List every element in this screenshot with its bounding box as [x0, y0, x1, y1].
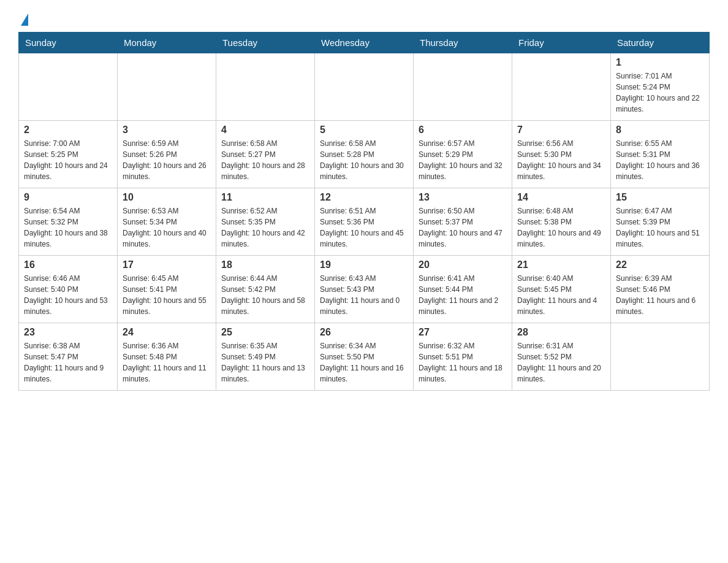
day-number: 28 [517, 327, 605, 338]
calendar-cell: 22Sunrise: 6:39 AM Sunset: 5:46 PM Dayli… [611, 256, 710, 323]
logo [18, 12, 28, 26]
day-number: 21 [517, 259, 605, 270]
day-sun-info: Sunrise: 6:50 AM Sunset: 5:37 PM Dayligh… [419, 205, 507, 250]
calendar-cell: 27Sunrise: 6:32 AM Sunset: 5:51 PM Dayli… [414, 323, 512, 391]
day-number: 5 [320, 124, 408, 136]
calendar-cell: 12Sunrise: 6:51 AM Sunset: 5:36 PM Dayli… [315, 188, 414, 256]
day-sun-info: Sunrise: 6:32 AM Sunset: 5:51 PM Dayligh… [419, 340, 507, 385]
calendar-header-row: SundayMondayTuesdayWednesdayThursdayFrid… [19, 33, 710, 53]
day-sun-info: Sunrise: 6:40 AM Sunset: 5:45 PM Dayligh… [517, 273, 605, 317]
day-number: 1 [616, 57, 704, 68]
week-row-2: 2Sunrise: 7:00 AM Sunset: 5:25 PM Daylig… [19, 121, 710, 188]
week-row-3: 9Sunrise: 6:54 AM Sunset: 5:32 PM Daylig… [19, 188, 710, 256]
calendar-cell: 9Sunrise: 6:54 AM Sunset: 5:32 PM Daylig… [19, 188, 118, 256]
day-header-wednesday: Wednesday [315, 33, 414, 53]
calendar-cell: 19Sunrise: 6:43 AM Sunset: 5:43 PM Dayli… [315, 256, 414, 323]
calendar-cell: 7Sunrise: 6:56 AM Sunset: 5:30 PM Daylig… [512, 121, 611, 188]
day-header-saturday: Saturday [611, 33, 710, 53]
day-number: 22 [616, 259, 704, 270]
day-number: 17 [123, 259, 211, 270]
day-number: 15 [616, 192, 704, 203]
day-number: 19 [320, 259, 408, 270]
week-row-4: 16Sunrise: 6:46 AM Sunset: 5:40 PM Dayli… [19, 256, 710, 323]
day-number: 6 [419, 124, 507, 136]
day-sun-info: Sunrise: 6:36 AM Sunset: 5:48 PM Dayligh… [123, 340, 211, 385]
calendar-cell: 26Sunrise: 6:34 AM Sunset: 5:50 PM Dayli… [315, 323, 414, 391]
day-sun-info: Sunrise: 6:45 AM Sunset: 5:41 PM Dayligh… [123, 273, 211, 317]
calendar-cell [118, 53, 216, 121]
day-header-friday: Friday [512, 33, 611, 53]
day-sun-info: Sunrise: 6:34 AM Sunset: 5:50 PM Dayligh… [320, 340, 408, 385]
day-sun-info: Sunrise: 6:31 AM Sunset: 5:52 PM Dayligh… [517, 340, 605, 385]
calendar-cell: 20Sunrise: 6:41 AM Sunset: 5:44 PM Dayli… [414, 256, 512, 323]
day-header-tuesday: Tuesday [216, 33, 315, 53]
day-number: 3 [123, 124, 211, 136]
day-sun-info: Sunrise: 6:41 AM Sunset: 5:44 PM Dayligh… [419, 273, 507, 317]
day-header-sunday: Sunday [19, 33, 118, 53]
calendar-cell: 18Sunrise: 6:44 AM Sunset: 5:42 PM Dayli… [216, 256, 315, 323]
calendar-cell: 17Sunrise: 6:45 AM Sunset: 5:41 PM Dayli… [118, 256, 216, 323]
logo-triangle-icon [21, 13, 28, 26]
page-header [18, 12, 710, 26]
day-number: 12 [320, 192, 408, 203]
day-header-thursday: Thursday [414, 33, 512, 53]
calendar-cell: 16Sunrise: 6:46 AM Sunset: 5:40 PM Dayli… [19, 256, 118, 323]
day-number: 23 [24, 327, 112, 338]
week-row-1: 1Sunrise: 7:01 AM Sunset: 5:24 PM Daylig… [19, 53, 710, 121]
calendar-cell: 15Sunrise: 6:47 AM Sunset: 5:39 PM Dayli… [611, 188, 710, 256]
day-number: 10 [123, 192, 211, 203]
day-number: 20 [419, 259, 507, 270]
calendar-cell [216, 53, 315, 121]
calendar-cell [611, 323, 710, 391]
day-sun-info: Sunrise: 6:46 AM Sunset: 5:40 PM Dayligh… [24, 273, 112, 317]
calendar-cell: 2Sunrise: 7:00 AM Sunset: 5:25 PM Daylig… [19, 121, 118, 188]
calendar-cell [512, 53, 611, 121]
day-sun-info: Sunrise: 6:35 AM Sunset: 5:49 PM Dayligh… [221, 340, 309, 385]
calendar-cell [315, 53, 414, 121]
calendar-cell: 6Sunrise: 6:57 AM Sunset: 5:29 PM Daylig… [414, 121, 512, 188]
day-sun-info: Sunrise: 6:56 AM Sunset: 5:30 PM Dayligh… [517, 138, 605, 182]
calendar-cell [414, 53, 512, 121]
calendar-cell: 21Sunrise: 6:40 AM Sunset: 5:45 PM Dayli… [512, 256, 611, 323]
calendar-cell: 28Sunrise: 6:31 AM Sunset: 5:52 PM Dayli… [512, 323, 611, 391]
day-sun-info: Sunrise: 6:58 AM Sunset: 5:28 PM Dayligh… [320, 138, 408, 182]
calendar-cell: 8Sunrise: 6:55 AM Sunset: 5:31 PM Daylig… [611, 121, 710, 188]
day-number: 27 [419, 327, 507, 338]
day-number: 7 [517, 124, 605, 136]
calendar-cell [19, 53, 118, 121]
day-number: 9 [24, 192, 112, 203]
day-sun-info: Sunrise: 6:48 AM Sunset: 5:38 PM Dayligh… [517, 205, 605, 250]
day-header-monday: Monday [118, 33, 216, 53]
calendar-cell: 13Sunrise: 6:50 AM Sunset: 5:37 PM Dayli… [414, 188, 512, 256]
day-number: 8 [616, 124, 704, 136]
day-sun-info: Sunrise: 6:44 AM Sunset: 5:42 PM Dayligh… [221, 273, 309, 317]
calendar-cell: 3Sunrise: 6:59 AM Sunset: 5:26 PM Daylig… [118, 121, 216, 188]
day-sun-info: Sunrise: 6:55 AM Sunset: 5:31 PM Dayligh… [616, 138, 704, 182]
calendar-cell: 14Sunrise: 6:48 AM Sunset: 5:38 PM Dayli… [512, 188, 611, 256]
day-number: 26 [320, 327, 408, 338]
day-sun-info: Sunrise: 6:47 AM Sunset: 5:39 PM Dayligh… [616, 205, 704, 250]
day-sun-info: Sunrise: 6:51 AM Sunset: 5:36 PM Dayligh… [320, 205, 408, 250]
day-number: 25 [221, 327, 309, 338]
calendar-cell: 24Sunrise: 6:36 AM Sunset: 5:48 PM Dayli… [118, 323, 216, 391]
day-sun-info: Sunrise: 6:59 AM Sunset: 5:26 PM Dayligh… [123, 138, 211, 182]
day-number: 14 [517, 192, 605, 203]
day-number: 2 [24, 124, 112, 136]
day-sun-info: Sunrise: 6:58 AM Sunset: 5:27 PM Dayligh… [221, 138, 309, 182]
day-sun-info: Sunrise: 7:00 AM Sunset: 5:25 PM Dayligh… [24, 138, 112, 182]
calendar-cell: 11Sunrise: 6:52 AM Sunset: 5:35 PM Dayli… [216, 188, 315, 256]
calendar-cell: 10Sunrise: 6:53 AM Sunset: 5:34 PM Dayli… [118, 188, 216, 256]
day-number: 18 [221, 259, 309, 270]
calendar-cell: 4Sunrise: 6:58 AM Sunset: 5:27 PM Daylig… [216, 121, 315, 188]
day-number: 24 [123, 327, 211, 338]
day-sun-info: Sunrise: 6:39 AM Sunset: 5:46 PM Dayligh… [616, 273, 704, 317]
day-sun-info: Sunrise: 6:53 AM Sunset: 5:34 PM Dayligh… [123, 205, 211, 250]
day-number: 16 [24, 259, 112, 270]
calendar-cell: 1Sunrise: 7:01 AM Sunset: 5:24 PM Daylig… [611, 53, 710, 121]
calendar-table: SundayMondayTuesdayWednesdayThursdayFrid… [18, 32, 710, 391]
day-sun-info: Sunrise: 7:01 AM Sunset: 5:24 PM Dayligh… [616, 71, 704, 115]
calendar-cell: 5Sunrise: 6:58 AM Sunset: 5:28 PM Daylig… [315, 121, 414, 188]
calendar-cell: 23Sunrise: 6:38 AM Sunset: 5:47 PM Dayli… [19, 323, 118, 391]
day-sun-info: Sunrise: 6:54 AM Sunset: 5:32 PM Dayligh… [24, 205, 112, 250]
day-sun-info: Sunrise: 6:52 AM Sunset: 5:35 PM Dayligh… [221, 205, 309, 250]
